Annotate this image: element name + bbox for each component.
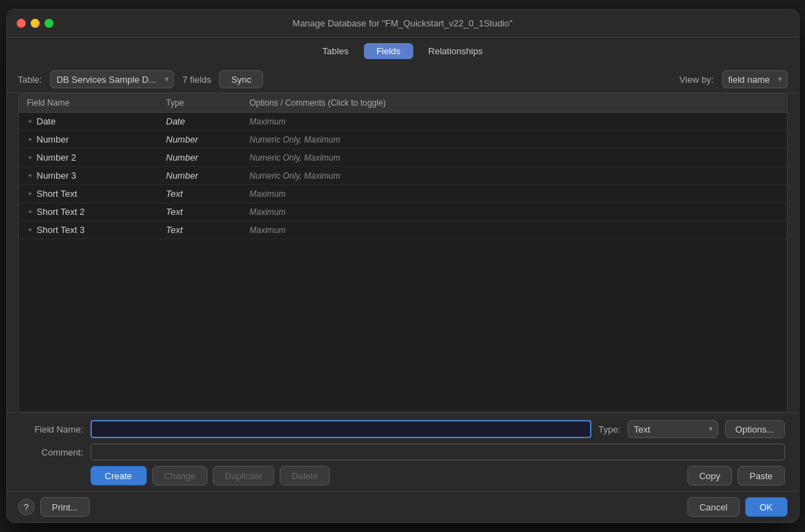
table-label: Table: [18,74,42,85]
field-options: Numeric Only, Maximum [247,151,781,165]
table-row[interactable]: ✦ Short Text 2 Text Maximum [19,203,787,221]
footer: ? Print... Cancel OK [7,491,799,522]
table-select-wrapper: DB Services Sample D... [50,70,174,88]
print-button[interactable]: Print... [40,497,90,517]
manage-database-dialog: Manage Database for "FM_Quickstart_v22_0… [6,9,799,523]
close-button[interactable] [17,19,26,28]
drag-handle-icon: ✦ [27,154,33,161]
table-row[interactable]: ✦ Number Number Numeric Only, Maximum [19,131,787,149]
delete-button[interactable]: Delete [280,466,330,485]
field-name: Short Text 2 [37,207,85,217]
field-type: Text [164,223,247,237]
type-label: Type: [598,424,621,435]
field-options: Maximum [247,187,781,201]
window-title: Manage Database for "FM_Quickstart_v22_0… [292,18,512,29]
bottom-form: Field Name: Type: Text Options... Commen… [7,412,799,491]
field-type: Text [164,186,247,201]
field-type: Text [164,204,247,219]
maximize-button[interactable] [45,19,54,28]
field-name: Number 3 [37,170,77,181]
field-type: Number [164,168,247,183]
table-row[interactable]: ✦ Date Date Maximum [19,113,787,131]
field-name-cell: ✦ Number 2 [24,150,164,165]
col-header-type: Type [164,97,247,109]
col-header-options[interactable]: Options / Comments (Click to toggle) [247,97,781,109]
table-body: ✦ Date Date Maximum ✦ Number Number Nume… [19,113,787,412]
field-name: Number [37,134,69,145]
tab-bar: Tables Fields Relationships [7,38,799,66]
tab-relationships[interactable]: Relationships [416,43,495,59]
duplicate-button[interactable]: Duplicate [213,466,274,485]
create-button[interactable]: Create [90,466,147,485]
fields-table-container: Field Name Type Options / Comments (Clic… [18,93,788,412]
minimize-button[interactable] [31,19,40,28]
ok-button[interactable]: OK [745,497,788,517]
help-button[interactable]: ? [18,499,35,515]
type-select-wrapper: Text [628,420,718,438]
field-options: Maximum [247,205,781,219]
comment-label: Comment: [21,447,83,458]
copy-button[interactable]: Copy [687,466,732,485]
field-options: Numeric Only, Maximum [247,133,781,147]
field-options: Numeric Only, Maximum [247,169,781,183]
table-select[interactable]: DB Services Sample D... [50,70,174,88]
table-row[interactable]: ✦ Number 3 Number Numeric Only, Maximum [19,167,787,185]
type-select[interactable]: Text [628,420,718,438]
tab-tables[interactable]: Tables [310,43,361,59]
field-name-cell: ✦ Number [24,132,164,147]
field-name: Short Text [37,188,77,199]
field-name-cell: ✦ Number 3 [24,168,164,183]
field-name: Number 2 [37,152,77,163]
view-by-label: View by: [680,74,714,85]
drag-handle-icon: ✦ [27,172,33,179]
field-name-cell: ✦ Short Text [24,186,164,201]
field-name-cell: ✦ Short Text 3 [24,223,164,237]
table-row[interactable]: ✦ Short Text 3 Text Maximum [19,221,787,239]
field-name-row: Field Name: Type: Text Options... [21,420,785,438]
field-name: Date [37,116,56,127]
sync-button[interactable]: Sync [219,70,263,88]
field-name-label: Field Name: [21,424,83,435]
field-name-cell: ✦ Short Text 2 [24,204,164,219]
field-name-cell: ✦ Date [24,114,164,129]
drag-handle-icon: ✦ [27,226,33,234]
drag-handle-icon: ✦ [27,190,33,198]
table-row[interactable]: ✦ Number 2 Number Numeric Only, Maximum [19,149,787,167]
field-name-input[interactable] [90,420,592,438]
action-buttons-row: Create Change Duplicate Delete Copy Past… [21,466,785,485]
comment-row: Comment: [21,444,785,460]
field-options: Maximum [247,223,781,237]
comment-input[interactable] [90,444,785,460]
field-type: Number [164,132,247,147]
col-header-field-name: Field Name [24,97,164,109]
drag-handle-icon: ✦ [27,118,33,125]
fields-count: 7 fields [182,74,211,85]
field-type: Date [164,114,247,129]
drag-handle-icon: ✦ [27,136,33,143]
paste-button[interactable]: Paste [738,466,784,485]
window-controls [17,19,54,28]
drag-handle-icon: ✦ [27,208,33,216]
cancel-button[interactable]: Cancel [687,497,739,517]
change-button[interactable]: Change [152,466,208,485]
table-header: Field Name Type Options / Comments (Clic… [19,94,787,113]
options-button[interactable]: Options... [725,420,785,438]
field-type: Number [164,150,247,165]
field-name: Short Text 3 [37,225,85,235]
title-bar: Manage Database for "FM_Quickstart_v22_0… [7,10,799,38]
field-options: Maximum [247,115,781,129]
table-row[interactable]: ✦ Short Text Text Maximum [19,185,787,203]
toolbar: Table: DB Services Sample D... 7 fields … [7,66,799,93]
tab-fields[interactable]: Fields [364,43,413,59]
view-by-select-wrapper: field name [722,70,788,88]
view-by-select[interactable]: field name [722,70,788,88]
